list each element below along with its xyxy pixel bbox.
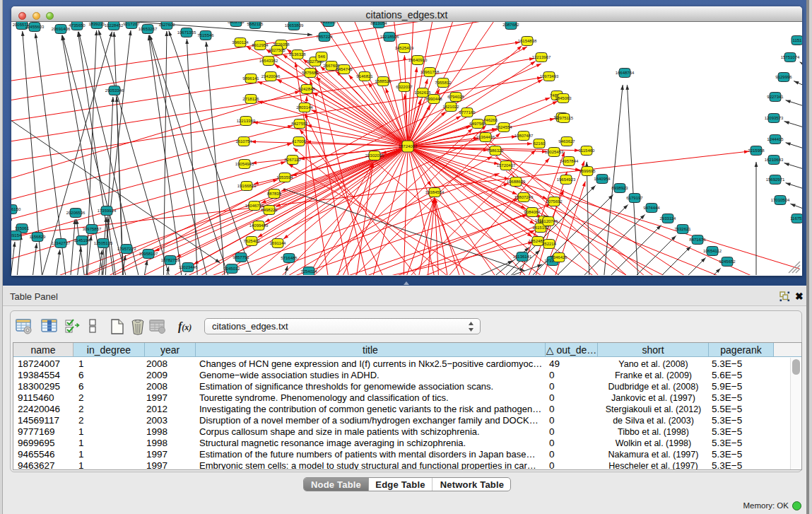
svg-text:15720407: 15720407 (497, 163, 516, 168)
svg-text:10654112: 10654112 (703, 249, 722, 253)
svg-text:9129996: 9129996 (775, 75, 792, 79)
svg-text:2087682: 2087682 (502, 23, 519, 27)
svg-text:9242848: 9242848 (298, 87, 315, 91)
svg-text:6794028: 6794028 (447, 95, 464, 99)
svg-text:7632621: 7632621 (674, 227, 691, 231)
svg-text:10973493: 10973493 (540, 74, 559, 78)
svg-text:6179197: 6179197 (626, 196, 643, 200)
svg-text:746266: 746266 (483, 118, 498, 122)
svg-text:16640910: 16640910 (408, 58, 428, 62)
svg-text:16782759: 16782759 (161, 258, 180, 262)
svg-text:2803144: 2803144 (296, 105, 313, 110)
svg-text:9346426: 9346426 (551, 255, 567, 259)
svg-text:14957844: 14957844 (560, 159, 579, 163)
svg-text:6322037: 6322037 (396, 85, 413, 89)
svg-text:8136328: 8136328 (289, 52, 306, 57)
svg-text:9245652: 9245652 (719, 259, 736, 264)
svg-text:252214: 252214 (542, 242, 557, 246)
svg-text:15692971: 15692971 (766, 177, 785, 182)
svg-text:7515546: 7515546 (197, 33, 214, 37)
svg-text:1075692: 1075692 (546, 199, 563, 204)
svg-text:1640954: 1640954 (594, 177, 611, 181)
svg-text:12342737: 12342737 (52, 241, 71, 245)
svg-text:1845063: 1845063 (555, 96, 572, 100)
svg-text:16543362: 16543362 (259, 59, 278, 63)
svg-text:8489709: 8489709 (228, 22, 245, 24)
svg-text:1353594: 1353594 (276, 175, 293, 180)
svg-text:2933114: 2933114 (660, 216, 677, 221)
svg-text:14099489: 14099489 (249, 223, 269, 228)
svg-text:1610754: 1610754 (235, 139, 252, 144)
svg-text:4735650: 4735650 (69, 23, 86, 28)
svg-text:1615152: 1615152 (532, 226, 549, 230)
svg-text:8938923: 8938923 (611, 186, 628, 190)
svg-text:8267110: 8267110 (285, 158, 302, 162)
svg-text:29053346: 29053346 (105, 88, 124, 93)
svg-text:9463627: 9463627 (558, 139, 575, 144)
svg-text:9217207: 9217207 (123, 22, 140, 26)
svg-text:22455603: 22455603 (25, 25, 45, 29)
svg-text:26266150: 26266150 (11, 207, 21, 211)
svg-text:9245012: 9245012 (223, 267, 240, 271)
svg-text:9474444: 9474444 (643, 206, 660, 210)
svg-text:116753: 116753 (790, 216, 802, 221)
svg-text:12505135: 12505135 (94, 241, 113, 245)
svg-text:18807249: 18807249 (514, 195, 534, 199)
svg-text:9327505: 9327505 (269, 48, 286, 52)
svg-text:7857224: 7857224 (316, 35, 333, 39)
svg-text:1362615: 1362615 (414, 90, 431, 95)
svg-text:18724007: 18724007 (399, 144, 418, 148)
svg-text:10228452: 10228452 (105, 23, 124, 28)
svg-text:10958107: 10958107 (139, 252, 158, 256)
svg-text:1588520: 1588520 (375, 79, 392, 83)
svg-text:19166829: 19166829 (237, 184, 257, 188)
svg-text:10025453: 10025453 (545, 150, 564, 154)
svg-text:21364436: 21364436 (476, 135, 495, 139)
svg-text:17359924: 17359924 (98, 209, 117, 213)
svg-text:9857791: 9857791 (233, 255, 249, 259)
svg-text:1156829: 1156829 (30, 235, 47, 239)
svg-text:5716485: 5716485 (281, 256, 298, 260)
svg-text:16648764: 16648764 (616, 71, 635, 75)
svg-text:9115460: 9115460 (579, 148, 596, 153)
svg-text:15751074: 15751074 (781, 55, 800, 59)
svg-text:10671355: 10671355 (177, 30, 196, 35)
svg-text:12213967: 12213967 (532, 55, 551, 59)
svg-text:7986322: 7986322 (487, 148, 504, 153)
svg-text:16210643: 16210643 (765, 158, 784, 162)
svg-text:7625402: 7625402 (243, 239, 260, 243)
svg-text:8454749: 8454749 (336, 67, 353, 71)
svg-text:12975115: 12975115 (555, 116, 574, 120)
svg-text:546: 546 (318, 54, 326, 59)
svg-text:16154838: 16154838 (518, 39, 537, 43)
svg-text:10807487: 10807487 (514, 134, 534, 138)
svg-text:5875685: 5875685 (302, 71, 319, 75)
svg-text:14525419: 14525419 (395, 46, 414, 50)
svg-text:8813054: 8813054 (370, 22, 387, 25)
svg-text:1691144: 1691144 (270, 241, 287, 245)
svg-text:1839221: 1839221 (88, 22, 105, 26)
svg-text:3215958: 3215958 (748, 148, 765, 153)
svg-text:62160: 62160 (534, 141, 546, 146)
svg-text:3960124: 3960124 (232, 40, 249, 45)
svg-text:17010504: 17010504 (771, 198, 790, 202)
svg-text:23420046: 23420046 (261, 74, 281, 78)
svg-text:39154: 39154 (11, 233, 22, 238)
svg-text:20206536: 20206536 (66, 211, 86, 215)
svg-text:12093573: 12093573 (765, 116, 784, 120)
svg-text:12023446: 12023446 (179, 265, 198, 269)
svg-text:2718126: 2718126 (242, 97, 259, 101)
svg-text:16120746: 16120746 (539, 219, 558, 223)
svg-text:5682115: 5682115 (247, 22, 264, 26)
svg-text:23302035: 23302035 (365, 153, 384, 158)
svg-text:1145194: 1145194 (74, 238, 91, 243)
svg-text:1151: 1151 (793, 38, 802, 42)
svg-text:9699695: 9699695 (579, 169, 596, 173)
svg-text:8427552: 8427552 (291, 122, 308, 126)
svg-text:30975857: 30975857 (83, 227, 102, 231)
svg-text:9896141: 9896141 (242, 76, 259, 81)
svg-text:335061: 335061 (15, 226, 30, 230)
svg-text:10688609: 10688609 (507, 180, 526, 184)
svg-text:10961758: 10961758 (420, 70, 440, 74)
svg-text:1244415: 1244415 (767, 137, 784, 141)
